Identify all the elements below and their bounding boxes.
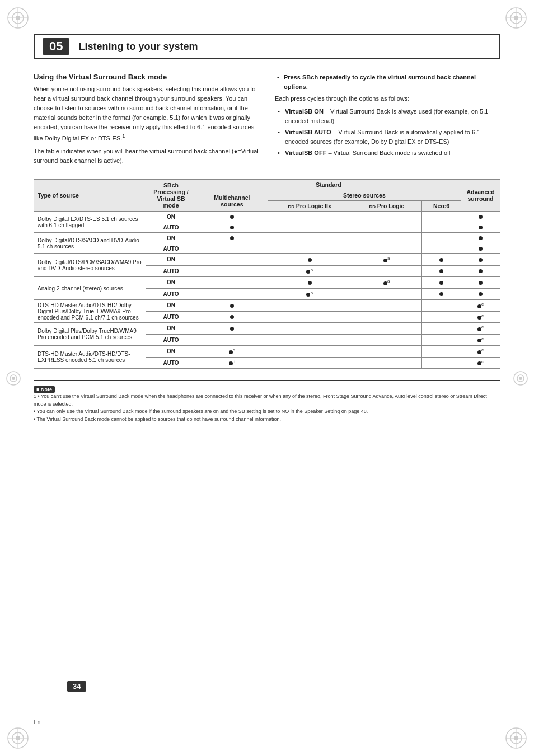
table-mode-cell: AUTO <box>146 288 196 300</box>
table-source-cell: DTS-HD Master Audio/DTS-HD/DTS-EXPRESS e… <box>34 346 146 369</box>
table-mode-cell: AUTO <box>146 357 196 369</box>
table-dot-cell <box>422 277 461 289</box>
table-dot-cell <box>352 311 422 323</box>
table-dot-cell <box>196 334 268 346</box>
table-mode-cell: ON <box>146 300 196 312</box>
th-pro-logic-IIx: DD Pro Logic IIx <box>268 201 352 212</box>
note-footnote3: • The Virtual Surround Back mode cannot … <box>34 416 281 422</box>
option-virtualSB-off: VirtualSB OFF – Virtual Surround Back mo… <box>275 148 500 158</box>
right-col-sub-intro: Each press cycles through the options as… <box>275 94 500 104</box>
table-dot-cell <box>268 222 352 233</box>
table-dot-cell <box>196 243 268 254</box>
table-source-cell: Dolby Digital Plus/Dolby TrueHD/WMA9 Pro… <box>34 323 146 346</box>
table-dot-cell <box>422 300 461 312</box>
table-dot-cell <box>196 277 268 289</box>
source-table: Type of source SBchProcessing /Virtual S… <box>34 179 500 369</box>
table-dot-cell <box>352 233 422 243</box>
table-dot-cell: b <box>268 265 352 277</box>
table-dot-cell: c <box>461 323 500 335</box>
table-mode-cell: ON <box>146 277 196 289</box>
table-dot-cell: c <box>461 334 500 346</box>
section-title: Using the Virtual Surround Back mode <box>34 73 259 81</box>
th-type-of-source: Type of source <box>34 180 146 212</box>
table-dot-cell <box>352 323 422 335</box>
table-dot-cell <box>352 300 422 312</box>
table-dot-cell: d <box>196 346 268 358</box>
table-dot-cell <box>268 212 352 222</box>
note-footnote1: 1 • You can't use the Virtual Surround B… <box>34 393 487 407</box>
table-dot-cell <box>461 254 500 266</box>
table-dot-cell <box>196 212 268 222</box>
table-dot-cell <box>422 357 461 369</box>
table-dot-cell <box>422 265 461 277</box>
table-dot-cell <box>352 222 422 233</box>
corner-decoration-bl <box>4 725 31 752</box>
table-dot-cell <box>461 233 500 243</box>
mid-left-decoration <box>6 370 21 386</box>
table-dot-cell <box>196 233 268 243</box>
table-dot-cell <box>352 265 422 277</box>
table-dot-cell <box>422 323 461 335</box>
table-dot-cell <box>268 254 352 266</box>
table-source-cell: Dolby Digital EX/DTS-ES 5.1 ch sources w… <box>34 212 146 233</box>
right-col-instruction: Press SBch repeatedly to cycle the virtu… <box>275 73 500 92</box>
table-mode-cell: AUTO <box>146 222 196 233</box>
table-source-cell: DTS-HD Master Audio/DTS-HD/Dolby Digital… <box>34 300 146 323</box>
table-dot-cell <box>461 222 500 233</box>
table-dot-cell <box>352 243 422 254</box>
th-stereo-sources: Stereo sources <box>268 190 461 201</box>
table-dot-cell <box>196 254 268 266</box>
corner-decoration-tr <box>503 4 530 31</box>
note-section: ■ Note 1 • You can't use the Virtual Sur… <box>34 380 500 423</box>
page-number: 34 <box>67 681 86 692</box>
table-dot-cell <box>422 311 461 323</box>
table-dot-cell <box>422 212 461 222</box>
table-dot-cell <box>422 288 461 300</box>
section-body-text: When you're not using surround back spea… <box>34 84 259 143</box>
table-dot-cell <box>422 233 461 243</box>
table-dot-cell: b <box>268 288 352 300</box>
table-mode-cell: AUTO <box>146 311 196 323</box>
table-mode-cell: AUTO <box>146 334 196 346</box>
note-text: 1 • You can't use the Virtual Surround B… <box>34 393 500 423</box>
table-mode-cell: ON <box>146 212 196 222</box>
note-icon: ■ Note <box>34 386 55 393</box>
svg-point-22 <box>12 377 15 380</box>
mid-right-decoration <box>513 370 528 386</box>
th-neo6: Neo:6 <box>422 201 461 212</box>
note-footnote2: • You can only use the Virtual Surround … <box>34 408 368 414</box>
table-dot-cell <box>196 288 268 300</box>
table-dot-cell <box>461 212 500 222</box>
section-body-text2: The table indicates when you will hear t… <box>34 147 259 166</box>
table-dot-cell <box>352 346 422 358</box>
option-auto-label: VirtualSB AUTO <box>285 129 331 135</box>
instruction-bold: Press SBch repeatedly to cycle the virtu… <box>284 74 476 90</box>
table-dot-cell <box>422 243 461 254</box>
table-dot-cell: c <box>461 346 500 358</box>
table-dot-cell <box>422 334 461 346</box>
table-dot-cell <box>268 357 352 369</box>
table-dot-cell <box>352 212 422 222</box>
table-mode-cell: ON <box>146 346 196 358</box>
table-dot-cell <box>422 346 461 358</box>
table-dot-cell: c <box>461 300 500 312</box>
option-virtualSB-on: VirtualSB ON – Virtual Surround Back is … <box>275 107 500 125</box>
table-mode-cell: AUTO <box>146 265 196 277</box>
table-dot-cell <box>268 334 352 346</box>
table-mode-cell: ON <box>146 323 196 335</box>
table-dot-cell <box>422 222 461 233</box>
table-dot-cell <box>196 222 268 233</box>
table-mode-cell: AUTO <box>146 243 196 254</box>
th-pro-logic: DD Pro Logic <box>352 201 422 212</box>
table-dot-cell <box>196 300 268 312</box>
table-dot-cell <box>268 323 352 335</box>
table-mode-cell: ON <box>146 254 196 266</box>
table-source-cell: Dolby Digital/DTS/SACD and DVD-Audio 5.1… <box>34 233 146 254</box>
table-dot-cell <box>196 323 268 335</box>
table-mode-cell: ON <box>146 233 196 243</box>
table-dot-cell: c <box>461 357 500 369</box>
th-standard: Standard <box>196 180 461 190</box>
th-advanced: Advancedsurround <box>461 180 500 212</box>
chapter-title: Listening to your system <box>78 41 198 53</box>
table-dot-cell <box>461 277 500 289</box>
